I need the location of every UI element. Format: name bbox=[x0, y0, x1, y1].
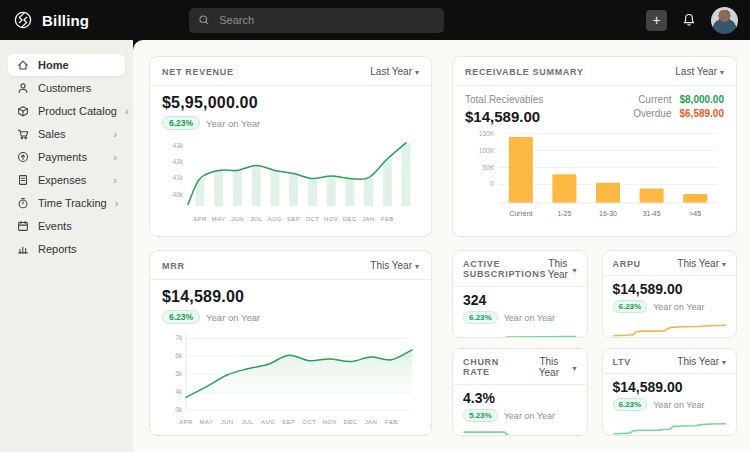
sidebar: HomeCustomersProduct CatalogSalesPayment… bbox=[0, 40, 133, 452]
svg-text:AUG: AUG bbox=[261, 419, 275, 425]
net-revenue-chart: 43k42k41k40kAPRMAYJUNJULAUGSEPOCTNOVDECJ… bbox=[162, 132, 421, 228]
svg-text:50K: 50K bbox=[482, 164, 494, 171]
kpi-grid: ACTIVE SUBSCRIPTIONS This Year 324 6.23%… bbox=[452, 250, 737, 436]
svg-text:DEC: DEC bbox=[343, 419, 357, 425]
svg-text:0: 0 bbox=[490, 180, 494, 187]
sidebar-item-expenses[interactable]: Expenses bbox=[8, 169, 125, 191]
yoy-badge: 6.23% bbox=[162, 116, 200, 130]
reports-icon bbox=[16, 242, 30, 256]
customers-icon bbox=[16, 81, 30, 95]
payments-icon bbox=[16, 150, 30, 164]
sidebar-item-label: Expenses bbox=[38, 174, 86, 186]
overdue-value: $6,589.00 bbox=[680, 108, 725, 119]
sidebar-item-home[interactable]: Home bbox=[8, 54, 125, 76]
active-subscriptions-period-select[interactable]: This Year bbox=[546, 258, 576, 280]
events-icon bbox=[16, 219, 30, 233]
expenses-icon bbox=[16, 173, 30, 187]
sidebar-item-label: Time Tracking bbox=[38, 197, 107, 209]
svg-text:OCT: OCT bbox=[305, 216, 319, 222]
svg-text:JUN: JUN bbox=[221, 419, 234, 425]
svg-text:7k: 7k bbox=[175, 334, 183, 341]
mrr-chart: 7k6k5k4k0kAPRMAYJUNJULAUGSEPOCTNOVDECJAN… bbox=[162, 326, 421, 430]
svg-text:NOV: NOV bbox=[323, 419, 337, 425]
yoy-badge: 6.23% bbox=[613, 300, 648, 313]
receivable-aging-chart: 150K100K50K0Current1-2516-3031-45>45 bbox=[465, 127, 726, 222]
svg-text:150K: 150K bbox=[479, 130, 495, 137]
svg-text:40k: 40k bbox=[173, 191, 184, 198]
svg-text:APR: APR bbox=[179, 419, 193, 425]
sidebar-item-sales[interactable]: Sales bbox=[8, 123, 125, 145]
svg-text:5k: 5k bbox=[175, 370, 183, 377]
svg-text:43k: 43k bbox=[173, 142, 184, 149]
net-revenue-value: $5,95,000.00 bbox=[162, 94, 419, 112]
ltv-period-select[interactable]: This Year bbox=[677, 356, 726, 367]
yoy-badge: 6.23% bbox=[613, 398, 648, 411]
main-content: NET REVENUE Last Year $5,95,000.00 6.23%… bbox=[133, 40, 750, 452]
user-avatar[interactable] bbox=[711, 7, 738, 34]
chevron-right-icon bbox=[113, 129, 117, 140]
sidebar-item-time-tracking[interactable]: Time Tracking bbox=[8, 192, 125, 214]
chevron-down-icon bbox=[720, 66, 724, 77]
sidebar-item-payments[interactable]: Payments bbox=[8, 146, 125, 168]
overdue-label: Overdue bbox=[633, 108, 671, 119]
svg-text:APR: APR bbox=[193, 216, 207, 222]
svg-text:16-30: 16-30 bbox=[599, 210, 617, 217]
mrr-title: MRR bbox=[162, 261, 185, 271]
app-title: Billing bbox=[42, 12, 89, 29]
home-icon bbox=[16, 58, 30, 72]
mrr-period-select[interactable]: This Year bbox=[370, 260, 419, 271]
sidebar-item-label: Customers bbox=[38, 82, 91, 94]
svg-text:DEC: DEC bbox=[343, 216, 357, 222]
search-box[interactable] bbox=[189, 8, 444, 33]
search-icon bbox=[198, 14, 210, 26]
svg-text:JUN: JUN bbox=[231, 216, 244, 222]
svg-text:SEP: SEP bbox=[282, 419, 295, 425]
arpu-value: $14,589.00 bbox=[613, 281, 727, 297]
sidebar-item-label: Reports bbox=[38, 243, 77, 255]
chevron-right-icon bbox=[113, 175, 117, 186]
ltv-card: LTV This Year $14,589.00 6.23% Year on Y… bbox=[602, 348, 738, 436]
sidebar-item-events[interactable]: Events bbox=[8, 215, 125, 237]
arpu-card: ARPU This Year $14,589.00 6.23% Year on … bbox=[602, 250, 738, 338]
search-input[interactable] bbox=[217, 13, 435, 27]
svg-text:0k: 0k bbox=[175, 406, 183, 413]
topbar: Billing bbox=[0, 0, 750, 40]
svg-text:31-45: 31-45 bbox=[643, 210, 661, 217]
yoy-badge: 6.23% bbox=[162, 310, 200, 324]
sidebar-item-customers[interactable]: Customers bbox=[8, 77, 125, 99]
topbar-actions bbox=[646, 7, 738, 34]
svg-text:6k: 6k bbox=[175, 352, 183, 359]
net-revenue-period-select[interactable]: Last Year bbox=[370, 66, 419, 77]
sidebar-item-label: Product Catalog bbox=[38, 105, 117, 117]
churn-rate-period-select[interactable]: This Year bbox=[528, 356, 576, 378]
sidebar-item-product-catalog[interactable]: Product Catalog bbox=[8, 100, 125, 122]
notifications-bell-icon[interactable] bbox=[681, 12, 697, 28]
ltv-sparkline bbox=[613, 414, 727, 436]
sidebar-item-reports[interactable]: Reports bbox=[8, 238, 125, 260]
yoy-badge: 6.23% bbox=[463, 311, 498, 324]
svg-text:4k: 4k bbox=[175, 388, 183, 395]
receivable-period-select[interactable]: Last Year bbox=[675, 66, 724, 77]
svg-text:JAN: JAN bbox=[365, 419, 378, 425]
total-receivables-value: $14,589.00 bbox=[465, 108, 543, 125]
arpu-sparkline bbox=[613, 316, 727, 338]
chevron-right-icon bbox=[113, 152, 117, 163]
svg-text:1-25: 1-25 bbox=[557, 210, 571, 217]
current-value: $8,000.00 bbox=[680, 94, 725, 105]
svg-text:>45: >45 bbox=[689, 210, 701, 217]
svg-text:JAN: JAN bbox=[362, 216, 375, 222]
chevron-down-icon bbox=[572, 362, 576, 373]
active-subscriptions-sparkline bbox=[463, 327, 577, 338]
svg-text:Current: Current bbox=[509, 210, 532, 217]
add-new-button[interactable] bbox=[646, 10, 667, 31]
product-catalog-icon bbox=[16, 104, 30, 118]
chevron-right-icon bbox=[125, 106, 129, 117]
active-subscriptions-value: 324 bbox=[463, 292, 577, 308]
chevron-down-icon bbox=[722, 356, 726, 367]
svg-text:OCT: OCT bbox=[302, 419, 316, 425]
chevron-down-icon bbox=[722, 258, 726, 269]
svg-text:AUG: AUG bbox=[268, 216, 282, 222]
arpu-period-select[interactable]: This Year bbox=[677, 258, 726, 269]
svg-text:JUL: JUL bbox=[242, 419, 254, 425]
chevron-down-icon bbox=[415, 260, 419, 271]
